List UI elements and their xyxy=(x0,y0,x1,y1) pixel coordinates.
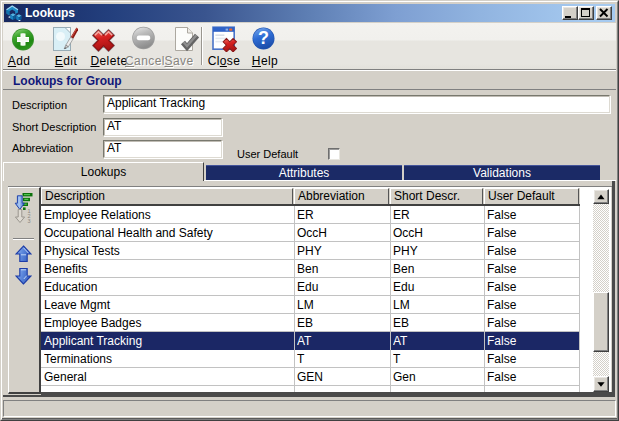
svg-text:?: ? xyxy=(258,28,269,48)
svg-text:3: 3 xyxy=(28,218,31,224)
